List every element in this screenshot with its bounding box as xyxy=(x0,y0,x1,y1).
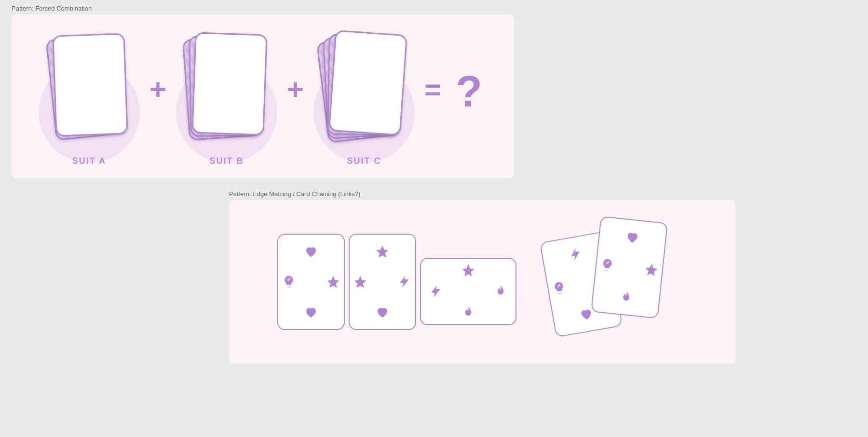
star-icon xyxy=(375,244,390,259)
card-front xyxy=(191,32,267,135)
overlap-card xyxy=(591,216,668,319)
bulb-icon xyxy=(282,275,296,289)
pile-label: SUIT C xyxy=(318,156,410,166)
panel-title: Pattern: Forced Combination xyxy=(12,5,92,12)
bolt-icon xyxy=(568,246,584,263)
card-pile-b: SUIT B xyxy=(181,31,272,166)
pile-label: SUIT A xyxy=(43,156,135,166)
edge-matching-panel: Pattern: Edge Matcing / Card Chaining (L… xyxy=(229,200,735,364)
bolt-icon xyxy=(397,275,412,289)
star-icon xyxy=(643,262,659,278)
bulb-icon xyxy=(551,280,568,297)
equals-operator: = xyxy=(424,73,441,106)
heart-icon xyxy=(375,305,390,319)
card-pile-a: SUIT A xyxy=(43,31,135,166)
flame-icon xyxy=(493,284,508,299)
star-icon xyxy=(353,275,367,289)
flame-icon xyxy=(461,305,475,320)
chain-card xyxy=(420,258,516,325)
flame-icon xyxy=(618,290,634,305)
panel-title: Pattern: Edge Matcing / Card Chaining (L… xyxy=(229,190,360,198)
card-front xyxy=(328,30,407,136)
star-icon xyxy=(326,275,340,289)
plus-operator: + xyxy=(287,73,304,106)
heart-icon xyxy=(304,305,318,319)
plus-operator: + xyxy=(149,73,166,106)
chain-card xyxy=(277,234,345,330)
star-icon xyxy=(461,263,475,278)
chain-card xyxy=(349,234,416,330)
card-chain-row xyxy=(229,200,735,364)
card-front xyxy=(52,33,128,136)
heart-icon xyxy=(304,244,318,259)
pile-label: SUIT B xyxy=(181,156,272,166)
forced-combination-panel: Pattern: Forced Combination SUIT A + SUI… xyxy=(12,14,514,178)
combination-row: SUIT A + SUIT B + SUIT C = ? xyxy=(12,14,514,178)
bulb-icon xyxy=(599,257,615,273)
heart-icon xyxy=(624,229,640,245)
bolt-icon xyxy=(429,284,443,299)
overlap-card-group xyxy=(547,219,692,344)
card-pile-c: SUIT C xyxy=(318,31,410,166)
result-question-mark: ? xyxy=(456,67,482,117)
